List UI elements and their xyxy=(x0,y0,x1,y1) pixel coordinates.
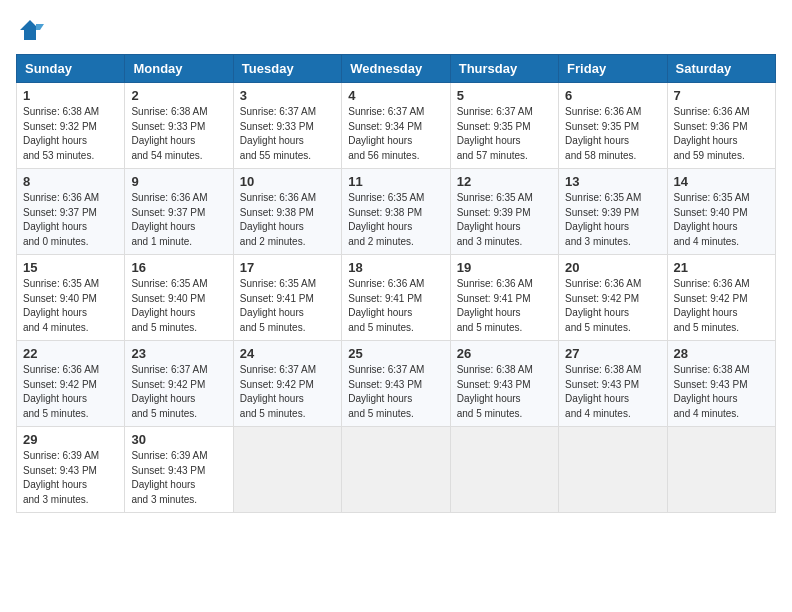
day-number: 9 xyxy=(131,174,226,189)
page-header xyxy=(16,16,776,44)
day-info: Sunrise: 6:35 AMSunset: 9:39 PMDaylight … xyxy=(565,191,660,249)
day-number: 1 xyxy=(23,88,118,103)
day-info: Sunrise: 6:38 AMSunset: 9:33 PMDaylight … xyxy=(131,105,226,163)
calendar-cell: 18Sunrise: 6:36 AMSunset: 9:41 PMDayligh… xyxy=(342,255,450,341)
logo-icon xyxy=(16,16,44,44)
day-number: 3 xyxy=(240,88,335,103)
day-number: 19 xyxy=(457,260,552,275)
calendar-cell: 29Sunrise: 6:39 AMSunset: 9:43 PMDayligh… xyxy=(17,427,125,513)
calendar-cell: 23Sunrise: 6:37 AMSunset: 9:42 PMDayligh… xyxy=(125,341,233,427)
day-number: 2 xyxy=(131,88,226,103)
day-info: Sunrise: 6:36 AMSunset: 9:38 PMDaylight … xyxy=(240,191,335,249)
day-info: Sunrise: 6:36 AMSunset: 9:36 PMDaylight … xyxy=(674,105,769,163)
calendar-cell: 30Sunrise: 6:39 AMSunset: 9:43 PMDayligh… xyxy=(125,427,233,513)
day-of-week-header: Friday xyxy=(559,55,667,83)
day-number: 5 xyxy=(457,88,552,103)
day-of-week-header: Saturday xyxy=(667,55,775,83)
calendar-cell: 6Sunrise: 6:36 AMSunset: 9:35 PMDaylight… xyxy=(559,83,667,169)
calendar-cell: 11Sunrise: 6:35 AMSunset: 9:38 PMDayligh… xyxy=(342,169,450,255)
svg-marker-1 xyxy=(36,24,44,30)
calendar-cell: 22Sunrise: 6:36 AMSunset: 9:42 PMDayligh… xyxy=(17,341,125,427)
day-number: 15 xyxy=(23,260,118,275)
day-number: 28 xyxy=(674,346,769,361)
calendar-week-row: 29Sunrise: 6:39 AMSunset: 9:43 PMDayligh… xyxy=(17,427,776,513)
calendar-cell: 1Sunrise: 6:38 AMSunset: 9:32 PMDaylight… xyxy=(17,83,125,169)
day-number: 18 xyxy=(348,260,443,275)
day-info: Sunrise: 6:35 AMSunset: 9:40 PMDaylight … xyxy=(674,191,769,249)
day-info: Sunrise: 6:36 AMSunset: 9:37 PMDaylight … xyxy=(23,191,118,249)
day-info: Sunrise: 6:36 AMSunset: 9:42 PMDaylight … xyxy=(674,277,769,335)
day-number: 25 xyxy=(348,346,443,361)
calendar-cell: 15Sunrise: 6:35 AMSunset: 9:40 PMDayligh… xyxy=(17,255,125,341)
day-number: 22 xyxy=(23,346,118,361)
calendar-week-row: 1Sunrise: 6:38 AMSunset: 9:32 PMDaylight… xyxy=(17,83,776,169)
day-info: Sunrise: 6:38 AMSunset: 9:43 PMDaylight … xyxy=(457,363,552,421)
day-of-week-header: Sunday xyxy=(17,55,125,83)
day-of-week-header: Monday xyxy=(125,55,233,83)
calendar-week-row: 22Sunrise: 6:36 AMSunset: 9:42 PMDayligh… xyxy=(17,341,776,427)
day-info: Sunrise: 6:37 AMSunset: 9:34 PMDaylight … xyxy=(348,105,443,163)
day-info: Sunrise: 6:38 AMSunset: 9:43 PMDaylight … xyxy=(565,363,660,421)
day-info: Sunrise: 6:36 AMSunset: 9:35 PMDaylight … xyxy=(565,105,660,163)
calendar-cell: 7Sunrise: 6:36 AMSunset: 9:36 PMDaylight… xyxy=(667,83,775,169)
calendar-week-row: 8Sunrise: 6:36 AMSunset: 9:37 PMDaylight… xyxy=(17,169,776,255)
day-number: 24 xyxy=(240,346,335,361)
calendar-cell: 24Sunrise: 6:37 AMSunset: 9:42 PMDayligh… xyxy=(233,341,341,427)
day-number: 20 xyxy=(565,260,660,275)
day-info: Sunrise: 6:36 AMSunset: 9:41 PMDaylight … xyxy=(348,277,443,335)
day-number: 13 xyxy=(565,174,660,189)
day-of-week-header: Tuesday xyxy=(233,55,341,83)
day-info: Sunrise: 6:39 AMSunset: 9:43 PMDaylight … xyxy=(131,449,226,507)
day-info: Sunrise: 6:35 AMSunset: 9:41 PMDaylight … xyxy=(240,277,335,335)
day-info: Sunrise: 6:36 AMSunset: 9:37 PMDaylight … xyxy=(131,191,226,249)
day-number: 7 xyxy=(674,88,769,103)
calendar-table: SundayMondayTuesdayWednesdayThursdayFrid… xyxy=(16,54,776,513)
day-number: 27 xyxy=(565,346,660,361)
calendar-cell: 13Sunrise: 6:35 AMSunset: 9:39 PMDayligh… xyxy=(559,169,667,255)
calendar-cell: 17Sunrise: 6:35 AMSunset: 9:41 PMDayligh… xyxy=(233,255,341,341)
day-info: Sunrise: 6:36 AMSunset: 9:42 PMDaylight … xyxy=(565,277,660,335)
calendar-cell: 3Sunrise: 6:37 AMSunset: 9:33 PMDaylight… xyxy=(233,83,341,169)
calendar-cell: 14Sunrise: 6:35 AMSunset: 9:40 PMDayligh… xyxy=(667,169,775,255)
calendar-cell: 21Sunrise: 6:36 AMSunset: 9:42 PMDayligh… xyxy=(667,255,775,341)
calendar-cell: 8Sunrise: 6:36 AMSunset: 9:37 PMDaylight… xyxy=(17,169,125,255)
day-info: Sunrise: 6:35 AMSunset: 9:39 PMDaylight … xyxy=(457,191,552,249)
day-number: 26 xyxy=(457,346,552,361)
day-number: 6 xyxy=(565,88,660,103)
day-info: Sunrise: 6:35 AMSunset: 9:40 PMDaylight … xyxy=(23,277,118,335)
calendar-cell: 5Sunrise: 6:37 AMSunset: 9:35 PMDaylight… xyxy=(450,83,558,169)
day-of-week-header: Wednesday xyxy=(342,55,450,83)
day-number: 12 xyxy=(457,174,552,189)
calendar-cell: 20Sunrise: 6:36 AMSunset: 9:42 PMDayligh… xyxy=(559,255,667,341)
day-number: 10 xyxy=(240,174,335,189)
day-info: Sunrise: 6:39 AMSunset: 9:43 PMDaylight … xyxy=(23,449,118,507)
day-number: 23 xyxy=(131,346,226,361)
day-info: Sunrise: 6:37 AMSunset: 9:42 PMDaylight … xyxy=(131,363,226,421)
calendar-header-row: SundayMondayTuesdayWednesdayThursdayFrid… xyxy=(17,55,776,83)
calendar-cell: 9Sunrise: 6:36 AMSunset: 9:37 PMDaylight… xyxy=(125,169,233,255)
day-number: 8 xyxy=(23,174,118,189)
day-info: Sunrise: 6:37 AMSunset: 9:42 PMDaylight … xyxy=(240,363,335,421)
day-info: Sunrise: 6:36 AMSunset: 9:42 PMDaylight … xyxy=(23,363,118,421)
calendar-cell xyxy=(342,427,450,513)
day-info: Sunrise: 6:37 AMSunset: 9:33 PMDaylight … xyxy=(240,105,335,163)
calendar-cell: 2Sunrise: 6:38 AMSunset: 9:33 PMDaylight… xyxy=(125,83,233,169)
day-of-week-header: Thursday xyxy=(450,55,558,83)
calendar-cell: 19Sunrise: 6:36 AMSunset: 9:41 PMDayligh… xyxy=(450,255,558,341)
calendar-cell xyxy=(667,427,775,513)
calendar-cell: 26Sunrise: 6:38 AMSunset: 9:43 PMDayligh… xyxy=(450,341,558,427)
day-number: 30 xyxy=(131,432,226,447)
day-number: 16 xyxy=(131,260,226,275)
calendar-cell xyxy=(450,427,558,513)
day-number: 29 xyxy=(23,432,118,447)
day-number: 11 xyxy=(348,174,443,189)
calendar-cell: 28Sunrise: 6:38 AMSunset: 9:43 PMDayligh… xyxy=(667,341,775,427)
logo xyxy=(16,16,48,44)
day-info: Sunrise: 6:35 AMSunset: 9:38 PMDaylight … xyxy=(348,191,443,249)
calendar-cell: 12Sunrise: 6:35 AMSunset: 9:39 PMDayligh… xyxy=(450,169,558,255)
day-info: Sunrise: 6:37 AMSunset: 9:35 PMDaylight … xyxy=(457,105,552,163)
calendar-cell: 27Sunrise: 6:38 AMSunset: 9:43 PMDayligh… xyxy=(559,341,667,427)
day-info: Sunrise: 6:37 AMSunset: 9:43 PMDaylight … xyxy=(348,363,443,421)
day-info: Sunrise: 6:35 AMSunset: 9:40 PMDaylight … xyxy=(131,277,226,335)
day-number: 14 xyxy=(674,174,769,189)
